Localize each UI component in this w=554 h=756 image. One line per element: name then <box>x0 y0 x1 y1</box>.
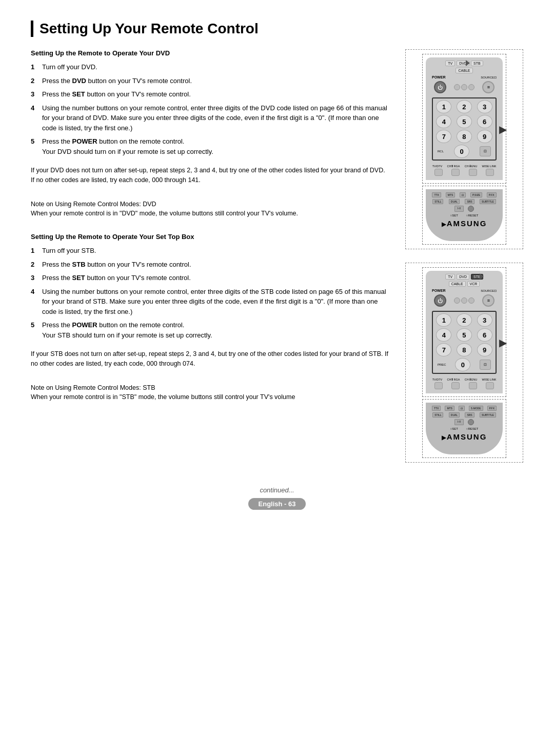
dvd-extra-text: If your DVD does not turn on after set-u… <box>31 166 390 185</box>
stb-step-text-2: Press the STB button on your TV's remote… <box>42 260 390 270</box>
dvd-note-heading: Note on Using Remote Control Modes: DVD <box>31 200 390 209</box>
stb-set-reset: ○SET○RESET <box>430 427 499 430</box>
stb-step-1: 1 Turn off your STB. <box>31 246 390 256</box>
stb-note-text: When your remote control is in "STB" mod… <box>31 392 390 402</box>
stb-step-num-4: 4 <box>31 287 38 317</box>
stb-step-num-5: 5 <box>31 320 38 340</box>
stb-section: Setting Up the Remote to Operate Your Se… <box>31 233 390 402</box>
step-text-3: Press the SET button on your TV's remote… <box>42 89 390 100</box>
stb-bottom-labels: TV/DTVCH⬆RGACH⬇ENUWISE LINK <box>430 378 499 381</box>
dvd-num-2[interactable]: 2 <box>457 100 472 113</box>
dvd-f4[interactable] <box>486 169 494 176</box>
dvd-arrow: ▶ <box>499 123 507 135</box>
dvd-num-6[interactable]: 6 <box>477 115 492 128</box>
dvd-num-7[interactable]: 7 <box>436 130 451 143</box>
stb-step-text-5: Press the POWER button on the remote con… <box>42 320 390 340</box>
dvd-num-9[interactable]: 9 <box>477 130 492 143</box>
stb-step-num-1: 1 <box>31 246 38 256</box>
stb-num-2[interactable]: 2 <box>457 313 472 327</box>
stb-f4[interactable] <box>486 382 494 389</box>
step-num-3: 3 <box>31 89 38 100</box>
dvd-btn-2[interactable] <box>461 84 467 90</box>
dvd-f3[interactable] <box>469 169 477 176</box>
stb-menu-btn[interactable]: ≡ <box>482 294 494 307</box>
step-2: 2 Press the DVD button on your TV's remo… <box>31 76 390 86</box>
stb-mode-dvd: DVD <box>457 274 469 280</box>
continued-text: continued... <box>31 486 523 494</box>
content-wrapper: Setting Up the Remote to Operate Your DV… <box>31 49 523 466</box>
dvd-note-text: When your remote control is in "DVD" mod… <box>31 209 390 218</box>
stb-step-num-2: 2 <box>31 260 38 270</box>
stb-mode-stb: STB <box>471 274 483 280</box>
stb-num-1[interactable]: 1 <box>436 313 451 327</box>
stb-mode-tv: TV <box>445 274 455 280</box>
dvd-power-button[interactable]: ⏻ <box>434 81 446 93</box>
stb-num-6[interactable]: 6 <box>477 328 492 342</box>
stb-num-8[interactable]: 8 <box>457 343 472 356</box>
stb-func-row1: TTX MTS ⊡ S.MODE P.FX <box>430 406 499 411</box>
step-4: 4 Using the number buttons on your remot… <box>31 103 390 133</box>
dvd-num-0[interactable]: 0 <box>454 145 469 158</box>
stb-step-5: 5 Press the POWER button on the remote c… <box>31 320 390 340</box>
dvd-note: Note on Using Remote Control Modes: DVD … <box>31 200 390 219</box>
dvd-mode-cable: CABLE <box>456 68 473 73</box>
dvd-mode-stb: STB <box>471 61 483 66</box>
dvd-samsung-logo: ▶AMSUNG <box>430 219 499 228</box>
stb-num-9[interactable]: 9 <box>477 343 492 356</box>
stb-f1[interactable] <box>434 382 443 389</box>
dvd-mode-tv: TV <box>445 61 455 66</box>
dvd-num-8[interactable]: 8 <box>457 130 472 143</box>
stb-num-0[interactable]: 0 <box>455 358 470 371</box>
stb-step-text-4: Using the number buttons on your remote … <box>42 287 390 317</box>
stb-func-row3: I-II <box>430 419 499 425</box>
stb-step-2: 2 Press the STB button on your TV's remo… <box>31 260 390 270</box>
stb-step-text-1: Turn off your STB. <box>42 246 390 256</box>
stb-num-4[interactable]: 4 <box>436 328 451 342</box>
stb-note-heading: Note on Using Remote Control Modes: STB <box>31 383 390 393</box>
dvd-remote-illustration: TV DVD STB CABLE POWER SOURCE⊡ <box>405 49 523 249</box>
stb-step-text-3: Press the SET button on your TV's remote… <box>42 273 390 283</box>
step-5: 5 Press the POWER button on the remote c… <box>31 136 390 156</box>
dvd-num-1[interactable]: 1 <box>436 100 451 113</box>
stb-power-button[interactable]: ⏻ <box>434 294 446 307</box>
dvd-small-buttons <box>454 84 474 90</box>
stb-btn-1[interactable] <box>454 297 460 304</box>
right-column: TV DVD STB CABLE POWER SOURCE⊡ <box>405 49 523 466</box>
stb-num-5[interactable]: 5 <box>457 328 472 342</box>
dvd-set-reset: ○SET○RESET <box>430 214 499 217</box>
dvd-f1[interactable] <box>434 169 443 176</box>
dvd-f2[interactable] <box>451 169 460 176</box>
step-text-5: Press the POWER button on the remote con… <box>42 136 390 156</box>
page-title: Setting Up Your Remote Control <box>31 21 523 37</box>
dvd-power-label: POWER <box>432 75 445 79</box>
dvd-num-4[interactable]: 4 <box>436 115 451 128</box>
dvd-info-btn[interactable]: ⊡ <box>480 146 491 156</box>
dvd-steps: 1 Turn off your DVD. 2 Press the DVD but… <box>31 62 390 156</box>
stb-info-btn[interactable]: ⊡ <box>480 360 491 370</box>
stb-arrow: ▶ <box>499 336 507 349</box>
stb-step-4: 4 Using the number buttons on your remot… <box>31 287 390 317</box>
step-num-2: 2 <box>31 76 38 86</box>
dvd-num-5[interactable]: 5 <box>457 115 472 128</box>
dvd-btn-1[interactable] <box>454 84 460 90</box>
stb-btn-2[interactable] <box>461 297 467 304</box>
stb-steps: 1 Turn off your STB. 2 Press the STB but… <box>31 246 390 340</box>
stb-btn-3[interactable] <box>468 297 474 304</box>
dvd-btn-3[interactable] <box>468 84 474 90</box>
dvd-num-3[interactable]: 3 <box>477 100 492 113</box>
stb-num-7[interactable]: 7 <box>436 343 451 356</box>
stb-mode-vcr: VCR <box>467 281 480 287</box>
stb-num-3[interactable]: 3 <box>477 313 492 327</box>
dvd-menu-btn[interactable]: ≡ <box>482 81 494 93</box>
stb-f2[interactable] <box>451 382 460 389</box>
step-text-1: Turn off your DVD. <box>42 62 390 72</box>
stb-f3[interactable] <box>469 382 477 389</box>
page-footer: continued... English - 63 <box>31 486 523 510</box>
stb-small-buttons <box>454 297 474 304</box>
stb-step-num-3: 3 <box>31 273 38 283</box>
step-num-1: 1 <box>31 62 38 72</box>
stb-step-3: 3 Press the SET button on your TV's remo… <box>31 273 390 283</box>
stb-note: Note on Using Remote Control Modes: STB … <box>31 383 390 403</box>
dvd-heading: Setting Up the Remote to Operate Your DV… <box>31 49 390 57</box>
stb-samsung-logo: ▶AMSUNG <box>430 432 499 441</box>
